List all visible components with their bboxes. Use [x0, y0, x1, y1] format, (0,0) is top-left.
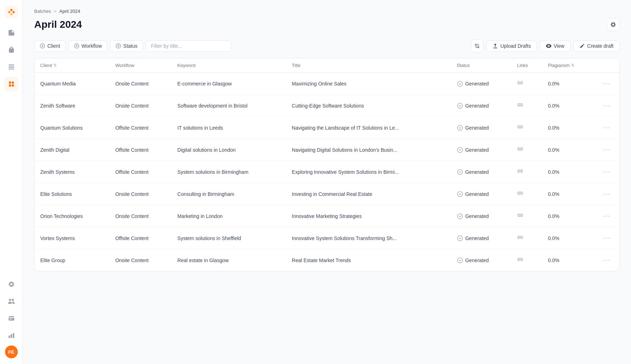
cell-status: Generated: [451, 117, 512, 139]
cell-workflow: Onsite Content: [110, 205, 172, 227]
cell-links: [511, 183, 542, 205]
cell-keyword: Consulting in Birmingham: [172, 183, 286, 205]
check-circle-icon: [457, 80, 463, 87]
more-options-button[interactable]: ···: [600, 78, 614, 89]
col-header-title: Title: [286, 58, 451, 73]
link-icon[interactable]: [517, 103, 523, 109]
cell-plagiarism: 0.0%: [542, 249, 595, 271]
cell-links: [511, 205, 542, 227]
more-options-button[interactable]: ···: [600, 145, 614, 155]
sidebar-item-gear[interactable]: [4, 277, 19, 291]
upload-drafts-label: Upload Drafts: [500, 43, 531, 49]
cell-client: Zenith Systems: [35, 161, 110, 183]
link-icon[interactable]: [517, 236, 523, 241]
status-filter-button[interactable]: Status: [110, 40, 143, 52]
sidebar-item-grid[interactable]: [4, 77, 19, 91]
cell-links: [511, 227, 542, 249]
table-row: Elite Group Onsite Content Real estate i…: [35, 249, 619, 271]
cell-status: Generated: [451, 139, 512, 161]
cell-more: ···: [595, 161, 619, 183]
cell-links: [511, 249, 542, 271]
main-content: Batches > April 2024 April 2024 Client: [23, 0, 631, 364]
more-options-button[interactable]: ···: [600, 255, 614, 265]
app-logo[interactable]: [5, 6, 18, 19]
cell-workflow: Onsite Content: [110, 73, 172, 95]
link-icon[interactable]: [517, 214, 523, 219]
check-circle-icon: [457, 213, 463, 219]
search-input[interactable]: [146, 40, 231, 52]
view-label: View: [554, 43, 564, 49]
cell-workflow: Onsite Content: [110, 249, 172, 271]
svg-rect-0: [5, 6, 18, 19]
table-row: Elite Solutions Onsite Content Consultin…: [35, 183, 619, 205]
cell-keyword: E-commerce in Glasgow: [172, 73, 286, 95]
user-avatar[interactable]: FE: [5, 345, 18, 358]
cell-plagiarism: 0.0%: [542, 73, 595, 95]
sidebar-item-list[interactable]: [4, 60, 19, 74]
sidebar-item-document[interactable]: [4, 26, 19, 40]
more-options-button[interactable]: ···: [600, 100, 614, 111]
table-row: Orion Technologies Onsite Content Market…: [35, 205, 619, 227]
cell-title: Investing in Commercial Real Estate: [286, 183, 451, 205]
table-row: Quantum Solutions Offsite Content IT sol…: [35, 117, 619, 139]
cell-links: [511, 117, 542, 139]
more-options-button[interactable]: ···: [600, 211, 614, 221]
more-options-button[interactable]: ···: [600, 233, 614, 243]
cell-links: [511, 73, 542, 95]
create-draft-label: Create draft: [587, 43, 614, 49]
table-row: Zenith Digital Offsite Content Digital s…: [35, 139, 619, 161]
workflow-filter-button[interactable]: Workflow: [68, 40, 107, 52]
check-circle-icon: [457, 103, 463, 109]
cell-more: ···: [595, 117, 619, 139]
breadcrumb-batches[interactable]: Batches: [34, 9, 51, 14]
cell-client: Orion Technologies: [35, 205, 110, 227]
upload-drafts-button[interactable]: Upload Drafts: [486, 40, 537, 52]
check-circle-icon: [457, 257, 463, 264]
gear-icon: [610, 21, 616, 28]
settings-button[interactable]: [607, 18, 620, 31]
cell-client: Elite Group: [35, 249, 110, 271]
link-icon[interactable]: [517, 81, 523, 87]
link-icon[interactable]: [517, 147, 523, 153]
cell-title: Navigating Digital Solutions in London's…: [286, 139, 451, 161]
view-button[interactable]: View: [540, 40, 570, 52]
create-draft-button[interactable]: Create draft: [573, 40, 620, 52]
table-row: Zenith Systems Offsite Content System so…: [35, 161, 619, 183]
breadcrumb: Batches > April 2024: [34, 9, 620, 14]
table-row: Vortex Systems Offsite Content System so…: [35, 227, 619, 249]
table-row: Zenith Software Onsite Content Software …: [35, 95, 619, 117]
col-header-keyword: Keyword: [172, 58, 286, 73]
cell-status: Generated: [451, 227, 512, 249]
view-icon: [546, 43, 552, 49]
more-options-button[interactable]: ···: [600, 123, 614, 133]
cell-keyword: Digital solutions in London: [172, 139, 286, 161]
client-filter-button[interactable]: Client: [34, 40, 66, 52]
cell-workflow: Offsite Content: [110, 227, 172, 249]
col-header-plagiarism[interactable]: Plagiarism ⇅: [542, 58, 595, 73]
cell-plagiarism: 0.0%: [542, 183, 595, 205]
more-options-button[interactable]: ···: [600, 167, 614, 177]
cell-keyword: Marketing in London: [172, 205, 286, 227]
cell-links: [511, 139, 542, 161]
cell-title: Innovative System Solutions Transforming…: [286, 227, 451, 249]
cell-status: Generated: [451, 205, 512, 227]
cell-status: Generated: [451, 161, 512, 183]
more-options-button[interactable]: ···: [600, 189, 614, 199]
link-icon[interactable]: [517, 258, 523, 264]
sidebar-item-users[interactable]: [4, 294, 19, 308]
refresh-icon: [474, 43, 480, 49]
breadcrumb-current: April 2024: [60, 9, 81, 14]
cell-status: Generated: [451, 95, 512, 117]
sidebar-item-bag[interactable]: [4, 43, 19, 57]
sidebar-item-card[interactable]: [4, 311, 19, 326]
cell-plagiarism: 0.0%: [542, 161, 595, 183]
link-icon[interactable]: [517, 170, 523, 175]
link-icon[interactable]: [517, 125, 523, 131]
cell-more: ···: [595, 227, 619, 249]
col-header-client[interactable]: Client ⇅: [35, 58, 110, 73]
link-icon[interactable]: [517, 192, 523, 197]
cell-title: Real Estate Market Trends: [286, 249, 451, 271]
cell-links: [511, 161, 542, 183]
refresh-button[interactable]: [471, 40, 483, 52]
sidebar-item-chart[interactable]: [4, 328, 19, 343]
